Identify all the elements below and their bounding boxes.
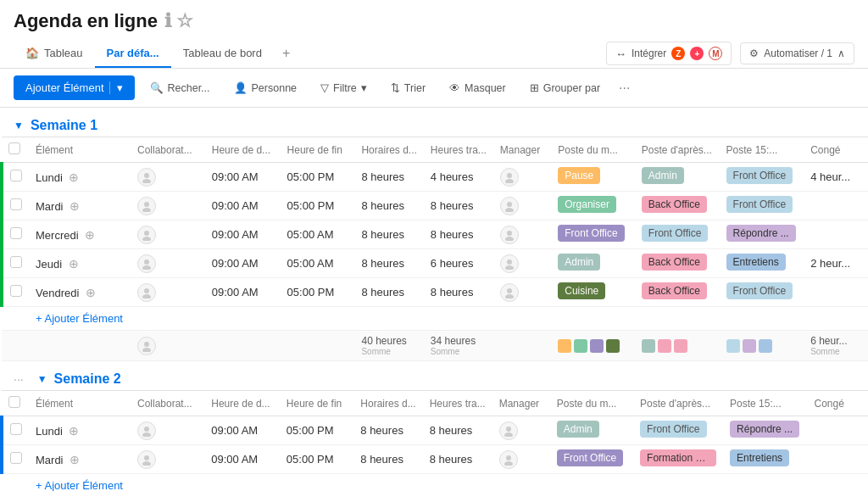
row-heures-tra[interactable]: 8 heures — [423, 445, 492, 474]
row-element[interactable]: Vendredi ⊕ — [29, 278, 131, 307]
row-checkbox[interactable] — [10, 452, 22, 464]
tab-par-defaut[interactable]: Par défa... — [95, 40, 171, 68]
row-poste-15[interactable]: Entretiens — [723, 445, 807, 474]
row-element[interactable]: Jeudi ⊕ — [29, 249, 131, 278]
row-collab[interactable] — [131, 192, 205, 220]
search-button[interactable]: 🔍 Recher... — [142, 77, 219, 98]
row-conge[interactable] — [804, 278, 868, 307]
row-heure-debut[interactable]: 09:00 AM — [205, 249, 281, 278]
row-heure-debut[interactable]: 09:00 AM — [204, 416, 280, 445]
row-manager[interactable] — [493, 278, 551, 307]
row-poste-apres[interactable]: Back Office — [635, 192, 720, 220]
add-element-button[interactable]: Ajouter Élément ▾ — [14, 75, 135, 100]
dropdown-arrow[interactable]: ▾ — [109, 81, 123, 94]
row-poste-15[interactable]: Entretiens — [720, 249, 804, 278]
row-collab[interactable] — [131, 249, 205, 278]
row-manager[interactable] — [493, 220, 551, 249]
week-1-toggle[interactable]: ▼ — [14, 120, 24, 131]
filter-button[interactable]: ▽ Filtre ▾ — [312, 77, 376, 98]
badge-poste-apres[interactable]: Front Office — [642, 225, 708, 242]
row-heures-tra[interactable]: 6 heures — [424, 249, 493, 278]
row-conge[interactable] — [807, 445, 868, 474]
row-element[interactable]: Lundi ⊕ — [29, 416, 131, 445]
row-manager[interactable] — [493, 163, 551, 192]
add-sub-item-icon[interactable]: ⊕ — [69, 170, 79, 184]
row-conge[interactable] — [804, 192, 868, 220]
row-heures-tra[interactable]: 8 heures — [424, 192, 493, 220]
row-heure-debut[interactable]: 09:00 AM — [204, 445, 280, 474]
row-heures-tra[interactable]: 8 heures — [424, 220, 493, 249]
row-conge[interactable]: 4 heur... — [804, 163, 868, 192]
row-horaires[interactable]: 8 heures — [354, 249, 423, 278]
automate-button[interactable]: ⚙ Automatiser / 1 ∧ — [740, 42, 854, 64]
badge-poste-apres[interactable]: Back Office — [642, 196, 707, 213]
more-options-button[interactable]: ··· — [615, 77, 633, 99]
row-heure-debut[interactable]: 09:00 AM — [205, 220, 281, 249]
add-sub-item-icon[interactable]: ⊕ — [86, 286, 96, 299]
row-conge[interactable] — [807, 416, 868, 445]
row-manager[interactable] — [492, 445, 550, 474]
badge-poste-apres[interactable]: Admin — [642, 167, 684, 184]
row-collab[interactable] — [131, 445, 204, 474]
row-poste-apres[interactable]: Back Office — [635, 278, 720, 307]
add-row-week-1[interactable]: + Ajouter Élément — [2, 307, 868, 331]
row-poste-matin[interactable]: Front Office — [551, 220, 635, 249]
row-heure-fin[interactable]: 05:00 PM — [281, 278, 355, 307]
badge-poste-15[interactable]: Entretiens — [726, 254, 786, 271]
info-icon[interactable]: ℹ — [164, 10, 171, 32]
row-heures-tra[interactable]: 8 heures — [423, 416, 492, 445]
row-poste-matin[interactable]: Pause — [551, 163, 635, 192]
row-heure-fin[interactable]: 05:00 PM — [280, 445, 353, 474]
row-checkbox[interactable] — [10, 423, 22, 435]
sort-button[interactable]: ⇅ Trier — [382, 77, 434, 98]
w2-header-checkbox[interactable] — [8, 396, 20, 408]
row-collab[interactable] — [131, 278, 205, 307]
row-collab[interactable] — [131, 416, 204, 445]
row-poste-apres[interactable]: Front Office — [633, 416, 723, 445]
row-poste-15[interactable]: Front Office — [720, 192, 804, 220]
row-conge[interactable]: 2 heur... — [804, 249, 868, 278]
row-heure-fin[interactable]: 05:00 PM — [280, 416, 353, 445]
badge-poste-15[interactable]: Entretiens — [730, 449, 789, 466]
row-poste-matin[interactable]: Organiser — [551, 192, 635, 220]
add-sub-item-icon[interactable]: ⊕ — [70, 453, 80, 466]
badge-poste-matin[interactable]: Front Office — [558, 225, 624, 242]
row-poste-apres[interactable]: Admin — [635, 163, 720, 192]
row-horaires[interactable]: 8 heures — [354, 278, 423, 307]
row-heure-fin[interactable]: 05:00 PM — [281, 192, 355, 220]
badge-poste-matin[interactable]: Front Office — [557, 449, 623, 466]
row-heure-debut[interactable]: 09:00 AM — [205, 278, 281, 307]
add-sub-item-icon[interactable]: ⊕ — [69, 257, 79, 271]
badge-poste-15[interactable]: Répondre ... — [726, 225, 796, 242]
row-poste-15[interactable]: Répondre ... — [720, 220, 804, 249]
row-collab[interactable] — [131, 220, 205, 249]
week-1-title[interactable]: Semaine 1 — [31, 118, 97, 133]
person-button[interactable]: 👤 Personne — [225, 77, 306, 98]
week-2-toggle[interactable]: ▼ — [37, 373, 47, 385]
row-heure-debut[interactable]: 09:00 AM — [205, 192, 281, 220]
row-poste-apres[interactable]: Formation de ... — [633, 445, 723, 474]
badge-poste-15[interactable]: Front Office — [726, 196, 793, 213]
tab-add-button[interactable]: + — [274, 39, 298, 68]
w2-add-item-label[interactable]: + Ajouter Élément — [29, 474, 868, 492]
row-element[interactable]: Mardi ⊕ — [29, 445, 131, 474]
row-element[interactable]: Mardi ⊕ — [29, 192, 131, 220]
badge-poste-15[interactable]: Front Office — [726, 282, 793, 299]
row-poste-matin[interactable]: Admin — [551, 249, 635, 278]
badge-poste-matin[interactable]: Cuisine — [558, 282, 605, 299]
star-icon[interactable]: ☆ — [176, 10, 193, 32]
row-checkbox[interactable] — [10, 227, 22, 239]
row-heures-tra[interactable]: 4 heures — [424, 163, 493, 192]
badge-poste-apres[interactable]: Formation de ... — [640, 449, 716, 466]
row-heure-fin[interactable]: 05:00 AM — [281, 249, 355, 278]
badge-poste-apres[interactable]: Front Office — [640, 421, 706, 438]
row-heure-fin[interactable]: 05:00 AM — [281, 220, 355, 249]
row-poste-15[interactable]: Front Office — [720, 278, 804, 307]
row-horaires[interactable]: 8 heures — [354, 163, 423, 192]
row-poste-apres[interactable]: Back Office — [635, 249, 720, 278]
integrate-button[interactable]: ↔ Intégrer Z + M — [606, 42, 732, 65]
add-sub-item-icon[interactable]: ⊕ — [70, 199, 80, 213]
tab-tableau[interactable]: 🏠 Tableau — [14, 40, 95, 68]
header-checkbox[interactable] — [8, 142, 20, 154]
row-poste-15[interactable]: Front Office — [720, 163, 804, 192]
